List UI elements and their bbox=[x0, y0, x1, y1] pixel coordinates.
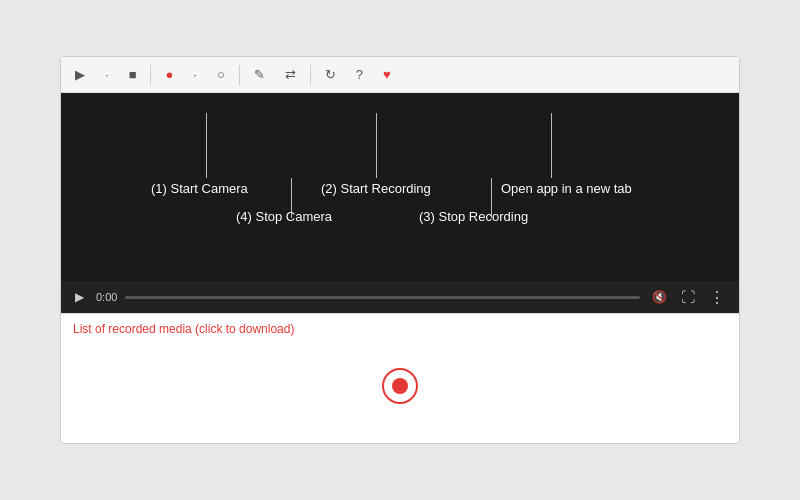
video-area: (1) Start Camera (2) Start Recording Ope… bbox=[61, 93, 739, 313]
switch-button[interactable]: ⇄ bbox=[279, 63, 302, 86]
divider-3 bbox=[310, 65, 311, 85]
vc-fullscreen-button[interactable]: ⛶ bbox=[677, 287, 699, 307]
label-stop-camera: (4) Stop Camera bbox=[236, 209, 332, 224]
media-list-label: List of recorded media (click to downloa… bbox=[73, 322, 727, 336]
label-start-camera: (1) Start Camera bbox=[151, 181, 248, 196]
label-open-app: Open app in a new tab bbox=[501, 181, 632, 196]
toolbar-group-right: ↻ ? ♥ bbox=[319, 63, 397, 86]
vc-play-button[interactable]: ▶ bbox=[71, 288, 88, 306]
vc-more-button[interactable]: ⋮ bbox=[705, 286, 729, 309]
label-stop-recording: (3) Stop Recording bbox=[419, 209, 528, 224]
recording-indicator-container bbox=[73, 348, 727, 424]
vc-volume-button[interactable]: 🔇 bbox=[648, 288, 671, 306]
toolbar-group-edit: ✎ ⇄ bbox=[248, 63, 302, 86]
divider-1 bbox=[150, 65, 151, 85]
play-button[interactable]: ▶ bbox=[69, 63, 91, 86]
toolbar: ▶ · ■ ● · ○ ✎ ⇄ ↻ ? ♥ bbox=[61, 57, 739, 93]
main-container: ▶ · ■ ● · ○ ✎ ⇄ ↻ ? ♥ bbox=[60, 56, 740, 444]
line-start-camera bbox=[206, 113, 207, 178]
dot-button[interactable]: · bbox=[99, 63, 115, 86]
vc-right-controls: 🔇 ⛶ ⋮ bbox=[648, 286, 729, 309]
record-button[interactable]: ● bbox=[159, 63, 179, 86]
toolbar-group-record: ● · ○ bbox=[159, 63, 230, 86]
stop-button[interactable]: ■ bbox=[123, 63, 143, 86]
volume-icon: 🔇 bbox=[652, 290, 667, 304]
vc-progress-bar[interactable] bbox=[125, 296, 640, 299]
recording-dot bbox=[392, 378, 408, 394]
heart-button[interactable]: ♥ bbox=[377, 63, 397, 86]
label-start-recording: (2) Start Recording bbox=[321, 181, 431, 196]
recording-indicator bbox=[382, 368, 418, 404]
bottom-section: List of recorded media (click to downloa… bbox=[61, 313, 739, 443]
dot2-button[interactable]: · bbox=[187, 63, 203, 86]
line-start-recording bbox=[376, 113, 377, 178]
edit-button[interactable]: ✎ bbox=[248, 63, 271, 86]
video-controls: ▶ 0:00 🔇 ⛶ ⋮ bbox=[61, 281, 739, 313]
circle-button[interactable]: ○ bbox=[211, 63, 231, 86]
help-button[interactable]: ? bbox=[350, 63, 369, 86]
vc-time: 0:00 bbox=[96, 291, 117, 303]
refresh-button[interactable]: ↻ bbox=[319, 63, 342, 86]
annotation-layer: (1) Start Camera (2) Start Recording Ope… bbox=[61, 93, 739, 313]
divider-2 bbox=[239, 65, 240, 85]
toolbar-group-left: ▶ · ■ bbox=[69, 63, 142, 86]
line-open-app bbox=[551, 113, 552, 178]
